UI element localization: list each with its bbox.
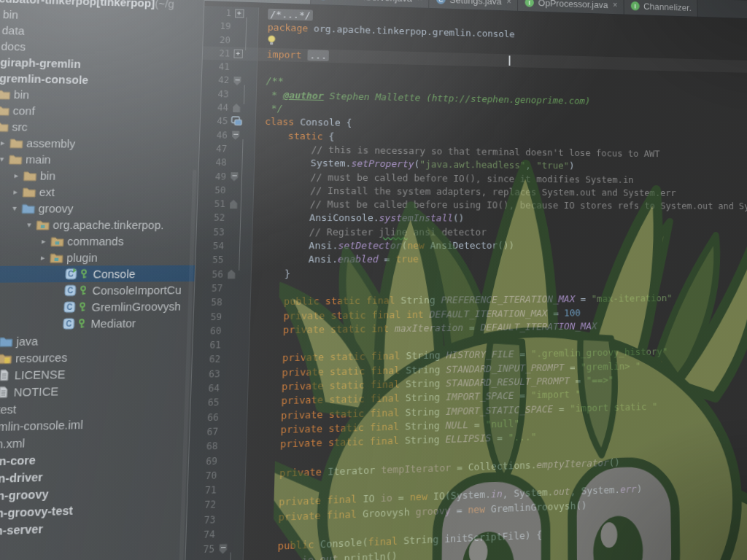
code-editor[interactable]: 1+/*...*/19package org.apache.tinkerpop.… xyxy=(182,1,747,560)
token-k: private static int xyxy=(283,322,389,335)
desktop-stage: Project ▾ ▾incubator-tinkerpop [tinkerpo… xyxy=(0,0,747,560)
fold-marker-start[interactable] xyxy=(231,131,239,139)
line-number: 69 xyxy=(189,454,218,469)
classg-icon: C xyxy=(63,268,79,280)
chevron-down-icon[interactable]: ▾ xyxy=(23,220,35,229)
gutter-cell: 48 xyxy=(199,155,255,170)
gutter-cell: 61 xyxy=(193,338,249,353)
code-text: /*...*/ xyxy=(259,7,313,22)
tree-row-org-apache-tinkerpop-[interactable]: ▾org.apache.tinkerpop. xyxy=(0,216,196,233)
tab-channelizer-[interactable]: IChannelizer. xyxy=(624,0,697,17)
token-c: // Register xyxy=(262,226,379,238)
folder-blue-icon xyxy=(20,203,36,214)
line-number: 72 xyxy=(187,497,217,513)
close-icon[interactable]: × xyxy=(417,0,422,4)
fold-marker-start[interactable] xyxy=(219,544,227,554)
tree-row-plugin[interactable]: ▸plugin xyxy=(0,249,196,267)
svg-text:C: C xyxy=(66,303,72,311)
line-number: 50 xyxy=(198,183,225,197)
tree-row-bin[interactable]: ▸bin xyxy=(0,166,198,184)
code-line-52[interactable]: 52 AnsiConsole.systemInstall() xyxy=(197,211,747,227)
line-number: 64 xyxy=(191,381,220,397)
tree-row-main[interactable]: ▾main xyxy=(0,150,198,169)
tree-row-consoleimportcu[interactable]: CConsoleImportCu xyxy=(0,281,194,300)
line-number: 49 xyxy=(198,169,226,183)
fold-marker-start[interactable] xyxy=(233,77,241,85)
line-number: 53 xyxy=(196,225,225,239)
fold-marker-end[interactable] xyxy=(229,200,237,209)
token-p: ( xyxy=(401,240,407,251)
svg-text:C: C xyxy=(67,287,74,295)
fold-column: + xyxy=(233,9,245,18)
token-n: 100 xyxy=(564,307,581,318)
token-p xyxy=(260,310,284,322)
gutter-cell: 56 xyxy=(195,267,252,281)
token-s: "import static " xyxy=(570,400,657,413)
fold-column xyxy=(225,270,237,279)
token-c: ansi detector xyxy=(408,226,487,237)
line-number: 62 xyxy=(192,352,220,367)
token-k: private static final xyxy=(282,378,400,392)
tree-item-label: bin xyxy=(40,169,56,182)
chevron-down-icon[interactable]: ▾ xyxy=(8,204,20,213)
fold-marker-end[interactable] xyxy=(228,270,236,279)
chevron-down-icon[interactable]: ▾ xyxy=(0,155,8,163)
gutter-cell: 53 xyxy=(196,225,252,239)
gutter-cell: 70 xyxy=(188,467,246,484)
token-p xyxy=(257,395,281,408)
token-k: private static final xyxy=(282,350,400,364)
fold-column xyxy=(231,77,243,86)
code-line-54[interactable]: 54 Ansi.setDetector(new AnsiDetector()) xyxy=(196,239,747,253)
chevron-right-icon[interactable]: ▸ xyxy=(9,187,22,196)
fold-marker-end[interactable] xyxy=(233,104,241,112)
chevron-right-icon[interactable]: ▸ xyxy=(37,237,50,246)
line-number: 21 xyxy=(203,46,231,60)
close-icon[interactable]: × xyxy=(613,0,618,9)
key-icon xyxy=(77,319,88,329)
line-number: 55 xyxy=(196,253,224,267)
line-number: 58 xyxy=(194,295,222,310)
token-p: . xyxy=(314,553,320,560)
token-m: in xyxy=(491,489,503,500)
token-d: * xyxy=(266,89,283,101)
token-m: ELLIPSIS xyxy=(445,432,491,446)
gutter-cell: 69 xyxy=(189,453,247,469)
tree-row-console[interactable]: CConsole xyxy=(0,265,195,283)
tree-item-label: test xyxy=(0,402,17,416)
close-icon[interactable]: × xyxy=(506,0,511,7)
token-p: String xyxy=(400,349,446,362)
token-d: /** xyxy=(266,76,283,88)
token-s: "==>" xyxy=(587,374,614,386)
chevron-right-icon[interactable]: ▸ xyxy=(36,253,49,262)
line-number: 20 xyxy=(203,33,231,47)
token-p: = xyxy=(553,402,570,414)
code-text xyxy=(258,61,267,75)
chevron-right-icon[interactable]: ▸ xyxy=(10,171,23,180)
gutter-cell: 50 xyxy=(198,183,254,198)
fold-marker-start[interactable] xyxy=(231,172,239,182)
gutter-cell: 62 xyxy=(192,352,249,368)
token-p: = xyxy=(564,361,581,373)
chevron-right-icon[interactable]: ▸ xyxy=(0,139,9,147)
fold-marker-plus[interactable]: + xyxy=(233,50,243,58)
token-s: "..." xyxy=(508,431,537,443)
tree-row-ext[interactable]: ▸ext xyxy=(0,183,198,201)
tree-row-groovy[interactable]: ▾groovy xyxy=(0,200,197,217)
fold-marker-plus[interactable]: + xyxy=(235,9,244,18)
code-text: /** xyxy=(257,74,284,88)
tree-row-assembly[interactable]: ▸assembly xyxy=(0,133,199,152)
gutter-cell: 54 xyxy=(196,239,252,253)
token-p: IO(System. xyxy=(427,489,491,502)
code-line-53[interactable]: 53 // Register jline ansi detector xyxy=(196,225,747,239)
token-m: DEFAULT_ITERATION_MAX xyxy=(480,320,597,332)
gutter-cell: 63 xyxy=(192,366,249,381)
tree-item-label: docs xyxy=(1,40,26,52)
tree-item-suffix: [tinkerpop] xyxy=(96,0,155,9)
svg-text:I: I xyxy=(529,0,530,6)
lightbulb-icon[interactable] xyxy=(267,36,276,47)
token-m: enabled xyxy=(338,254,379,265)
token-k: true xyxy=(395,254,419,265)
token-sq: jline xyxy=(379,226,408,237)
tree-row-commands[interactable]: ▸commands xyxy=(0,233,196,249)
code-text: Ansi.setDetector(new AnsiDetector()) xyxy=(252,239,514,253)
